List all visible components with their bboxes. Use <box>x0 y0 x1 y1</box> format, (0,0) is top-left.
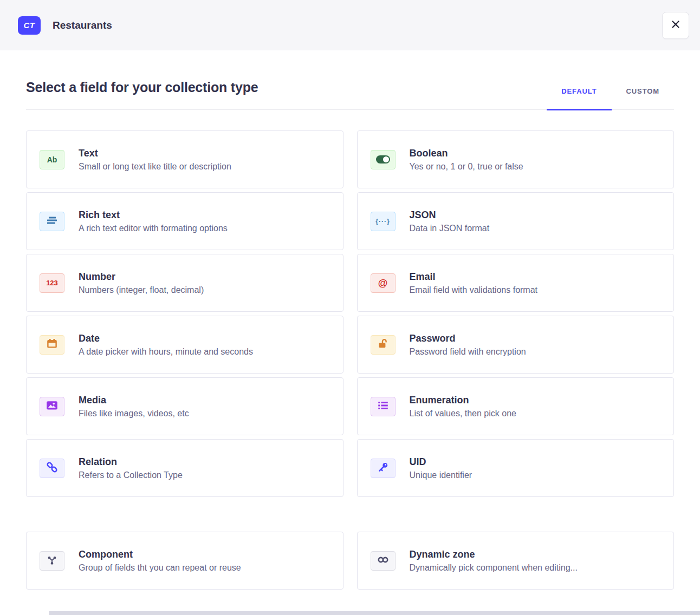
boolean-field-icon <box>371 150 396 169</box>
calendar-icon <box>46 337 59 352</box>
password-field-icon <box>371 335 396 355</box>
field-card-component[interactable]: Component Group of fields tht you can re… <box>26 532 343 590</box>
field-meta: Password Password field with encryption <box>410 333 526 357</box>
field-description: Numbers (integer, float, decimal) <box>79 285 204 295</box>
nodes-icon <box>46 553 59 568</box>
tab-bar: DEFAULT CUSTOM <box>547 87 674 109</box>
field-meta: Text Small or long text like title or de… <box>79 148 231 172</box>
bullet-list-icon <box>377 399 390 414</box>
at-sign-icon: @ <box>378 278 388 288</box>
field-description: List of values, then pick one <box>410 409 516 418</box>
field-card-date[interactable]: Date A date picker with hours, minute an… <box>26 316 343 374</box>
close-icon <box>670 19 681 32</box>
background-page-edge <box>49 611 700 615</box>
field-title: JSON <box>410 210 490 221</box>
field-title: Password <box>410 333 526 344</box>
field-picker-modal: CT Restaurants Select a field for your c… <box>0 0 700 615</box>
field-title: Email <box>410 271 538 283</box>
field-title: Text <box>79 148 231 159</box>
123-glyph-icon: 123 <box>46 279 58 287</box>
enumeration-field-icon <box>371 397 396 416</box>
media-field-icon <box>40 397 64 416</box>
field-description: Yes or no, 1 or 0, true or false <box>410 162 523 172</box>
curly-braces-icon: {···} <box>375 218 390 225</box>
field-meta: Rich text A rich text editor with format… <box>79 210 228 233</box>
field-meta: Email Email field with validations forma… <box>410 271 538 295</box>
modal-header: CT Restaurants <box>0 0 700 50</box>
date-field-icon <box>40 335 64 355</box>
collection-title: Restaurants <box>53 19 112 31</box>
chain-link-icon <box>46 461 59 476</box>
field-card-text[interactable]: Ab Text Small or long text like title or… <box>26 130 343 188</box>
field-meta: Number Numbers (integer, float, decimal) <box>79 271 204 295</box>
field-description: Small or long text like title or descrip… <box>79 162 231 172</box>
toggle-on-icon <box>376 155 390 163</box>
field-meta: Relation Refers to a Collection Type <box>79 456 183 480</box>
field-title: Dynamic zone <box>410 549 578 560</box>
field-description: Unique identifier <box>410 470 472 480</box>
field-description: Password field with encryption <box>410 347 526 357</box>
field-title: Boolean <box>410 148 523 159</box>
field-card-uid[interactable]: UID Unique identifier <box>357 439 675 497</box>
close-button[interactable] <box>662 12 689 39</box>
field-description: A rich text editor with formating option… <box>79 224 228 233</box>
field-description: Email field with validations format <box>410 285 538 295</box>
field-title: Component <box>79 549 241 560</box>
modal-body: Select a field for your collection type … <box>0 80 700 590</box>
open-lock-icon <box>377 337 390 352</box>
field-title: Relation <box>79 456 183 468</box>
field-description: Files like images, videos, etc <box>79 409 189 418</box>
tab-custom[interactable]: CUSTOM <box>612 87 675 109</box>
field-card-dynamic-zone[interactable]: Dynamic zone Dynamically pick component … <box>357 532 675 590</box>
key-icon <box>377 461 390 476</box>
number-field-icon: 123 <box>40 273 64 293</box>
field-card-number[interactable]: 123 Number Numbers (integer, float, deci… <box>26 254 343 312</box>
field-card-rich-text[interactable]: Rich text A rich text editor with format… <box>26 192 343 250</box>
component-field-icon <box>40 551 64 571</box>
field-meta: Dynamic zone Dynamically pick component … <box>410 549 578 573</box>
field-card-password[interactable]: Password Password field with encryption <box>357 316 675 374</box>
field-card-relation[interactable]: Relation Refers to a Collection Type <box>26 439 343 497</box>
field-title: UID <box>410 456 472 468</box>
rich-text-field-icon <box>40 212 64 231</box>
field-grid: Ab Text Small or long text like title or… <box>26 130 674 497</box>
field-meta: Component Group of fields tht you can re… <box>79 549 241 573</box>
field-card-boolean[interactable]: Boolean Yes or no, 1 or 0, true or false <box>357 130 675 188</box>
json-field-icon: {···} <box>371 212 396 231</box>
page-title: Select a field for your collection type <box>26 80 258 95</box>
field-card-enumeration[interactable]: Enumeration List of values, then pick on… <box>357 377 675 435</box>
relation-field-icon <box>40 459 64 478</box>
email-field-icon: @ <box>371 273 396 293</box>
field-title: Rich text <box>79 210 228 221</box>
field-description: Refers to a Collection Type <box>79 470 183 480</box>
field-meta: Enumeration List of values, then pick on… <box>410 395 516 418</box>
infinity-icon <box>377 553 390 568</box>
field-card-media[interactable]: Media Files like images, videos, etc <box>26 377 343 435</box>
collection-type-badge: CT <box>18 16 41 35</box>
field-card-json[interactable]: {···} JSON Data in JSON format <box>357 192 675 250</box>
tab-default[interactable]: DEFAULT <box>547 87 611 109</box>
field-title: Date <box>79 333 253 344</box>
field-title: Enumeration <box>410 395 516 406</box>
field-description: Group of fields tht you can repeat or re… <box>79 563 241 573</box>
field-meta: JSON Data in JSON format <box>410 210 490 233</box>
dynamic-zone-field-icon <box>371 551 396 571</box>
field-meta: UID Unique identifier <box>410 456 472 480</box>
ab-glyph-icon: Ab <box>47 155 57 164</box>
field-card-email[interactable]: @ Email Email field with validations for… <box>357 254 675 312</box>
field-description: A date picker with hours, minute and sec… <box>79 347 253 357</box>
field-description: Dynamically pick component when editing.… <box>410 563 578 573</box>
advanced-field-grid: Component Group of fields tht you can re… <box>26 532 674 590</box>
title-row: Select a field for your collection type … <box>26 80 674 110</box>
field-description: Data in JSON format <box>410 224 490 233</box>
text-field-icon: Ab <box>40 150 64 169</box>
field-meta: Boolean Yes or no, 1 or 0, true or false <box>410 148 523 172</box>
image-icon <box>46 399 59 414</box>
field-title: Number <box>79 271 204 283</box>
field-meta: Date A date picker with hours, minute an… <box>79 333 253 357</box>
field-meta: Media Files like images, videos, etc <box>79 395 189 418</box>
text-lines-icon <box>46 214 59 229</box>
uid-field-icon <box>371 459 396 478</box>
field-title: Media <box>79 395 189 406</box>
